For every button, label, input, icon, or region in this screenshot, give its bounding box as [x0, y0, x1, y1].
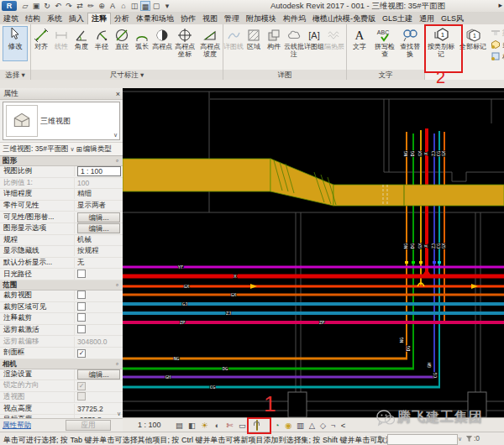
column[interactable]	[288, 392, 307, 417]
properties-help-link[interactable]: 属性帮助	[3, 421, 31, 431]
panel-label-select[interactable]: 选择 ▾	[0, 70, 30, 80]
property-value[interactable]: 精细	[75, 189, 123, 199]
checkbox[interactable]	[77, 313, 86, 322]
property-value[interactable]: 无	[75, 258, 123, 268]
property-value[interactable]: 37725.2	[75, 405, 123, 413]
temporary-hide-isolate-icon[interactable]: ◔	[271, 420, 282, 431]
tool-角度[interactable]: 角度	[71, 25, 92, 51]
chevron-down-icon[interactable]: ∨	[458, 436, 462, 442]
open-icon[interactable]: ▱	[20, 1, 30, 11]
tag-icon[interactable]: ⊕	[97, 1, 107, 11]
section-pin-icon[interactable]: ∘	[115, 359, 119, 369]
tab-通用[interactable]: 通用	[416, 13, 438, 24]
property-value[interactable]: 编辑...	[75, 369, 123, 380]
value-input[interactable]: 1 : 100	[77, 166, 121, 176]
scroll-down-icon[interactable]: ∨	[117, 411, 121, 417]
apply-button[interactable]: 应用	[66, 420, 111, 431]
worksets-icon[interactable]	[375, 435, 384, 443]
tab-协作[interactable]: 协作	[177, 13, 199, 24]
tab-构件坞[interactable]: 构件坞	[280, 13, 309, 24]
active-workset-box[interactable]	[387, 434, 458, 445]
property-value[interactable]	[75, 270, 123, 280]
switch-windows-icon[interactable]: ▢	[151, 1, 161, 11]
edit-type-button[interactable]: ⊞ 编辑类型	[76, 144, 112, 154]
duct-lower-run[interactable]	[333, 185, 504, 206]
property-value[interactable]	[75, 302, 123, 312]
tool-材质标记[interactable]: 材质标记	[491, 51, 504, 61]
panel-label-detail[interactable]: 详图	[223, 70, 346, 80]
tab-插入[interactable]: 插入	[66, 13, 87, 24]
tool-直径[interactable]: 直径	[112, 25, 132, 51]
tool-构件[interactable]: 构件	[264, 25, 284, 51]
tool-文字[interactable]: A文字	[347, 25, 372, 51]
tab-结构[interactable]: 结构	[22, 13, 44, 24]
revit-app-menu-icon[interactable]: R	[2, 1, 17, 11]
checkbox[interactable]	[77, 270, 86, 278]
aligned-dimension-icon[interactable]: ✏	[86, 1, 96, 11]
tool-详图组[interactable]: [A]详图组	[304, 25, 324, 51]
tool-高程点坡度[interactable]: 高程点坡度	[197, 25, 223, 58]
property-value[interactable]: 按规程	[75, 246, 123, 256]
tab-橄榄山快模-免费版[interactable]: 橄榄山快模-免费版	[309, 13, 379, 24]
crop-view-icon[interactable]: ✄	[224, 420, 235, 431]
property-value[interactable]: ✓	[75, 348, 123, 358]
edit-button[interactable]: 编辑...	[77, 369, 120, 380]
property-value[interactable]	[75, 291, 123, 301]
edit-button[interactable]: 编辑...	[77, 223, 120, 233]
property-value[interactable]	[75, 325, 123, 335]
tab-管理[interactable]: 管理	[221, 13, 243, 24]
property-value[interactable]: 编辑...	[75, 223, 123, 233]
customize-icon[interactable]: ▾	[162, 1, 172, 11]
section-图形[interactable]: 图形∘	[0, 156, 123, 166]
property-value[interactable]: 机械	[75, 235, 123, 245]
modify-button[interactable]: 修改	[3, 26, 28, 61]
checkbox[interactable]	[77, 291, 86, 299]
tool-多类别[interactable]: 多类别	[491, 39, 504, 50]
text-icon[interactable]: A	[108, 1, 118, 11]
chevron-down-icon[interactable]: ∨	[113, 132, 118, 139]
tool-半径[interactable]: 半径	[92, 25, 112, 51]
hide-analytical-model-icon[interactable]: △	[307, 420, 318, 431]
section-pin-icon[interactable]: ∘	[115, 156, 119, 165]
selection-filter[interactable]: :0	[465, 434, 480, 442]
tool-弧长[interactable]: 弧长	[132, 25, 152, 51]
checkbox[interactable]	[77, 325, 86, 333]
detail-level-icon[interactable]: ▤	[174, 420, 185, 431]
checkbox[interactable]	[77, 302, 86, 311]
duct-upper-run[interactable]	[123, 159, 270, 191]
property-value[interactable]	[75, 313, 123, 323]
reveal-hidden-elements-icon[interactable]: ◉	[283, 420, 294, 431]
tab-附加模块[interactable]: 附加模块	[243, 13, 280, 24]
tool-查找替换[interactable]: 查找替换	[397, 25, 423, 58]
tab-GLS风[interactable]: GLS风	[438, 13, 467, 24]
tab-分析[interactable]: 分析	[111, 13, 133, 24]
edit-button[interactable]: 编辑...	[77, 212, 120, 222]
visual-style-icon[interactable]: ◧	[186, 420, 197, 431]
view-instance-row[interactable]: 三维视图: 35#平面图 ∨ ⊞ 编辑类型	[0, 142, 123, 156]
tool-云线批注[interactable]: 云线批注	[284, 25, 304, 58]
drawing-canvas[interactable]: YFXGXGXGJZJZPZPNGDGGHCGNGDGGXXZJCGGXNGDG…	[123, 88, 504, 417]
tool-拼写检查[interactable]: ABC拼写检查	[372, 25, 397, 58]
tab-GLS土建[interactable]: GLS土建	[379, 13, 416, 24]
tool-高程点坐标[interactable]: 高程点坐标	[172, 25, 197, 58]
section-范围[interactable]: 范围∘	[0, 280, 123, 291]
shadows-icon[interactable]: ◐	[212, 420, 223, 431]
panel-label-dimension[interactable]: 尺寸标注 ▾	[31, 70, 223, 80]
section-pin-icon[interactable]: ∘	[115, 280, 119, 290]
default-3d-view-icon[interactable]: ⌂	[118, 1, 129, 11]
redo-icon[interactable]: ↷	[64, 1, 74, 11]
measure-icon[interactable]: ⇄	[75, 1, 85, 11]
tab-注释[interactable]: 注释	[87, 13, 111, 24]
close-icon[interactable]: ×	[116, 89, 120, 100]
properties-header[interactable]: 属性 ×	[0, 88, 123, 100]
tab-系统[interactable]: 系统	[44, 13, 66, 24]
collapse-icon[interactable]: <	[338, 420, 349, 431]
property-value[interactable]: 显示两者	[75, 201, 123, 211]
tab-建筑[interactable]: 建筑	[0, 13, 22, 24]
tool-区域[interactable]: 区域	[244, 25, 264, 51]
sync-with-central-icon[interactable]: ↻	[42, 1, 52, 11]
tool-对齐[interactable]: 对齐	[31, 25, 51, 51]
property-value[interactable]: 编辑...	[75, 212, 123, 222]
tab-视图[interactable]: 视图	[199, 13, 221, 24]
section-相机[interactable]: 相机∘	[0, 359, 123, 369]
